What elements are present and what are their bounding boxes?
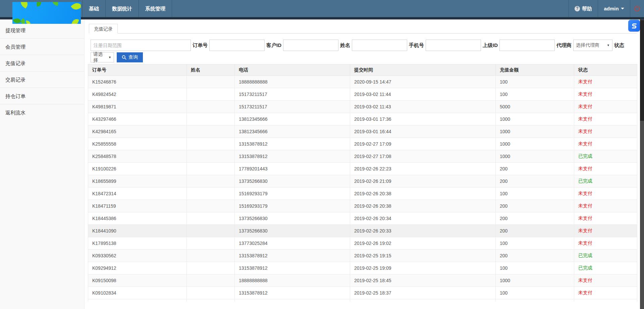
cell-order: K25848578 xyxy=(88,150,187,163)
user-dropdown[interactable]: admin xyxy=(598,0,630,17)
cell-phone: 15173211517 xyxy=(235,88,350,101)
table-row: K49824542151732115172019-03-02 11:44100未… xyxy=(88,88,637,101)
cell-name xyxy=(187,101,235,113)
agent-select[interactable]: 选择代理商 ▼ xyxy=(573,40,612,51)
cell-time: 2019-02-26 20:33 xyxy=(350,225,496,237)
status-select-value: 请选择 xyxy=(93,51,106,63)
cell-time: 2019-03-01 16:44 xyxy=(350,125,496,138)
menu-item-basic[interactable]: 基础 xyxy=(82,0,105,17)
sidebar-item-position-orders[interactable]: 持仓订单 xyxy=(0,88,84,104)
cell-name xyxy=(187,163,235,175)
chevron-down-icon xyxy=(621,8,624,9)
cell-order: K25855558 xyxy=(88,138,187,150)
search-button-label: 查询 xyxy=(128,54,138,60)
cell-status: 已完成 xyxy=(574,150,637,163)
cell-order: K18441090 xyxy=(88,225,187,237)
customer-id-label: 客户ID xyxy=(266,42,281,49)
cell-status: 未支付 xyxy=(574,113,637,125)
sidebar-item-rebate-flow[interactable]: 返利流水 xyxy=(0,104,84,121)
cell-status: 未支付 xyxy=(574,225,637,237)
cell-time: 2019-02-25 19:09 xyxy=(350,262,496,274)
col-header-amount: 充值金额 xyxy=(496,64,574,76)
cell-status: 未支付 xyxy=(574,237,637,250)
table-row: K18445386137352668302019-02-26 20:34200未… xyxy=(88,212,637,225)
cell-amount: 100 xyxy=(496,262,574,274)
status-select[interactable]: 请选择 ▼ xyxy=(91,52,114,62)
cell-time: 2019-03-02 11:43 xyxy=(350,101,496,113)
cell-order: K18655899 xyxy=(88,175,187,188)
cell-amount: 1000 xyxy=(496,138,574,150)
col-header-status: 状态 xyxy=(574,64,637,76)
cell-amount: 100 xyxy=(496,76,574,88)
agent-select-value: 选择代理商 xyxy=(576,42,599,48)
phone-input[interactable] xyxy=(426,40,481,51)
cell-amount: 1000 xyxy=(496,113,574,125)
sidebar-item-withdraw-management[interactable]: 提现管理 xyxy=(0,22,84,39)
cell-amount: 1000 xyxy=(496,274,574,287)
table-row: K18472314151692931792019-02-26 20:38100未… xyxy=(88,188,637,200)
cell-amount: 200 xyxy=(496,175,574,188)
leaf-decor xyxy=(20,18,26,24)
cell-time: 2019-02-26 20:38 xyxy=(350,188,496,200)
menu-item-statistics[interactable]: 数据统计 xyxy=(105,0,139,17)
cell-phone: 13812345666 xyxy=(235,125,350,138)
help-button[interactable]: ? 帮助 xyxy=(569,0,598,17)
cell-order: K09294912 xyxy=(88,262,187,274)
name-label: 姓名 xyxy=(340,42,350,49)
table-row: K18471159151692931792019-02-26 20:38200未… xyxy=(88,200,637,212)
cell-phone: 13773025284 xyxy=(235,237,350,250)
register-date-range-input[interactable] xyxy=(91,40,191,51)
cell-status: 未支付 xyxy=(574,138,637,150)
search-button[interactable]: 查询 xyxy=(117,52,143,62)
menu-item-system[interactable]: 系统管理 xyxy=(139,0,172,17)
tab-recharge-records[interactable]: 充值记录 xyxy=(89,24,118,34)
sidebar-item-recharge-records[interactable]: 充值记录 xyxy=(0,55,84,71)
cell-order: K15246876 xyxy=(88,76,187,88)
cell-time: 2019-02-27 17:09 xyxy=(350,138,496,150)
table-row: K09294912131538789122019-02-25 19:09100已… xyxy=(88,262,637,274)
input-method-icon[interactable] xyxy=(628,20,640,32)
cell-phone: 13153878912 xyxy=(235,262,350,274)
cell-time: 2019-02-26 22:23 xyxy=(350,163,496,175)
cell-name xyxy=(187,76,235,88)
table-row: K19100226177892014432019-02-26 22:23200未… xyxy=(88,163,637,175)
search-icon xyxy=(122,55,126,60)
leaf-decor xyxy=(71,18,79,24)
table-row: K17895138137730252842019-02-26 19:02100未… xyxy=(88,237,637,250)
cell-time: 2019-02-26 20:34 xyxy=(350,212,496,225)
cell-name xyxy=(187,150,235,163)
leaf-decor xyxy=(51,2,59,6)
col-header-phone: 电话 xyxy=(235,64,350,76)
cell-order: K17895138 xyxy=(88,237,187,250)
sidebar-item-member-management[interactable]: 会员管理 xyxy=(0,39,84,55)
cell-order: K18445386 xyxy=(88,212,187,225)
cell-status: 已完成 xyxy=(574,262,637,274)
sidebar: 提现管理 会员管理 充值记录 交易记录 持仓订单 返利流水 xyxy=(0,19,85,309)
order-no-input[interactable] xyxy=(209,40,265,51)
table-row: K09330562131538789122019-02-25 19:15200已… xyxy=(88,250,637,262)
sidebar-item-trade-records[interactable]: 交易记录 xyxy=(0,71,84,88)
navbar-accent-strip xyxy=(0,17,644,19)
cell-status: 未支付 xyxy=(574,125,637,138)
cell-amount: 200 xyxy=(496,200,574,212)
cell-phone: 13812345666 xyxy=(235,113,350,125)
scrollbar-thumb[interactable] xyxy=(640,20,644,121)
cell-status: 未支付 xyxy=(574,88,637,101)
table-row: K09150098188888888882019-02-25 18:451000… xyxy=(88,274,637,287)
main-content: 充值记录 订单号 客户ID 姓名 手机号 上级ID 代理商 选择代理商 ▼ 状态… xyxy=(85,19,640,309)
name-input[interactable] xyxy=(352,40,407,51)
cell-amount: 100 xyxy=(496,287,574,299)
cell-time: 2019-03-02 11:44 xyxy=(350,88,496,101)
tab-bar: 充值记录 xyxy=(89,24,637,34)
cell-time: 2019-03-01 17:36 xyxy=(350,113,496,125)
cell-time: 2020-09-15 14:47 xyxy=(350,76,496,88)
logout-button[interactable] xyxy=(630,0,644,17)
vertical-scrollbar[interactable] xyxy=(640,19,644,309)
table-row: K42984165138123456662019-03-01 16:441000… xyxy=(88,125,637,138)
cell-status: 未支付 xyxy=(574,101,637,113)
customer-id-input[interactable] xyxy=(283,40,338,51)
col-header-order-no: 订单号 xyxy=(88,64,187,76)
table-row: K25855558131538789122019-02-27 17:091000… xyxy=(88,138,637,150)
parent-id-input[interactable] xyxy=(499,40,555,51)
cell-order: K49824542 xyxy=(88,88,187,101)
